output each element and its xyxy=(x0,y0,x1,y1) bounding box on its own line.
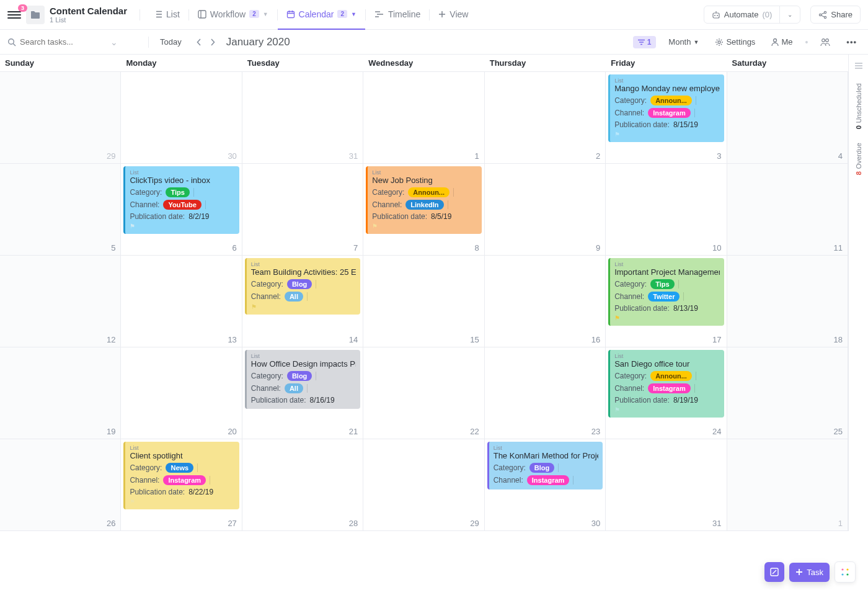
calendar-cell[interactable]: 16 xyxy=(485,256,606,347)
tab-timeline[interactable]: Timeline xyxy=(366,0,429,30)
event-title: How Office Design impacts Pr xyxy=(251,359,356,369)
svg-rect-2 xyxy=(713,13,719,18)
menu-button[interactable]: 3 xyxy=(7,8,21,22)
calendar-cell[interactable]: ListClient spotlightCategory:NewsChannel… xyxy=(121,439,242,531)
calendar: SundayMondayTuesdayWednesdayThursdayFrid… xyxy=(0,55,848,531)
day-number: 8 xyxy=(474,243,479,253)
today-button[interactable]: Today xyxy=(156,35,185,49)
calendar-cell[interactable]: 10 xyxy=(606,164,727,256)
category-label: Category: xyxy=(372,188,404,197)
day-number: 27 xyxy=(228,519,236,528)
category-pill: Announ... xyxy=(650,371,692,381)
prev-month-button[interactable] xyxy=(193,36,205,48)
calendar-cell[interactable]: 15 xyxy=(363,256,484,347)
calendar-cell[interactable]: 11 xyxy=(727,164,848,256)
calendar-cell[interactable]: ListSan Diego office tourCategory:Announ… xyxy=(606,347,727,439)
assignees-button[interactable] xyxy=(817,35,834,49)
event-card[interactable]: ListTeam Building Activities: 25 ECatego… xyxy=(245,258,360,315)
calendar-cell[interactable]: ListMango Monday new employeeCategory:An… xyxy=(606,72,727,164)
calendar-cell[interactable]: ListThe KonMari Method for ProjeCategory… xyxy=(485,439,606,531)
me-button[interactable]: Me xyxy=(768,35,796,49)
tab-list[interactable]: List xyxy=(145,0,188,30)
calendar-cell[interactable]: 25 xyxy=(727,347,848,439)
unscheduled-label: Unscheduled xyxy=(855,83,862,123)
unscheduled-button[interactable]: 0 Unscheduled xyxy=(855,83,862,129)
day-number: 23 xyxy=(591,427,600,436)
calendar-cell[interactable]: 7 xyxy=(242,164,363,256)
tab-calendar[interactable]: Calendar 2 ▼ xyxy=(278,0,365,30)
calendar-cell[interactable]: 22 xyxy=(363,347,484,439)
category-label: Category: xyxy=(614,96,647,105)
event-card[interactable]: ListClient spotlightCategory:NewsChannel… xyxy=(123,442,239,509)
calendar-cell[interactable]: 20 xyxy=(121,347,242,439)
calendar-cell[interactable]: ListNew Job PostingCategory:Announ...Cha… xyxy=(363,164,484,256)
event-card[interactable]: ListMango Monday new employeeCategory:An… xyxy=(608,74,724,142)
svg-point-4 xyxy=(717,15,718,16)
search-dropdown[interactable]: ⌄ xyxy=(110,37,118,47)
calendar-cell[interactable]: 19 xyxy=(0,347,121,439)
automate-dropdown[interactable]: ⌄ xyxy=(779,6,800,23)
add-view-label: View xyxy=(450,9,468,19)
event-list-tag: List xyxy=(130,169,234,176)
automate-button[interactable]: Automate (0) xyxy=(704,6,780,23)
toolbar: ⌄ Today January 2020 1 Month ▼ Settings … xyxy=(0,30,868,55)
calendar-cell[interactable]: 13 xyxy=(121,256,242,347)
event-title: ClickTips video - inbox xyxy=(130,176,234,185)
tab-workflow[interactable]: Workflow 2 ▼ xyxy=(189,0,277,30)
share-label: Share xyxy=(831,10,852,19)
event-card[interactable]: ListHow Office Design impacts PrCategory… xyxy=(245,350,360,409)
event-card[interactable]: ListSan Diego office tourCategory:Announ… xyxy=(608,350,724,418)
filter-button[interactable]: 1 xyxy=(633,36,657,48)
calendar-cell[interactable]: 26 xyxy=(0,439,121,531)
view-tabs: List Workflow 2 ▼ Calendar 2 ▼ Timeline … xyxy=(145,0,477,30)
day-header: Saturday xyxy=(727,55,848,71)
calendar-cell[interactable]: 9 xyxy=(485,164,606,256)
category-pill: Announ... xyxy=(650,96,692,105)
calendar-cell[interactable]: 29 xyxy=(0,72,121,164)
calendar-cell[interactable]: 28 xyxy=(242,439,363,531)
pubdate-value: 8/15/19 xyxy=(673,120,698,129)
calendar-cell[interactable]: ListClickTips video - inboxCategory:Tips… xyxy=(121,164,242,256)
day-number: 30 xyxy=(591,519,600,528)
next-month-button[interactable] xyxy=(206,36,219,48)
calendar-cell[interactable]: 31 xyxy=(242,72,363,164)
flag-icon: ⚑ xyxy=(130,498,234,505)
calendar-cell[interactable]: 12 xyxy=(0,256,121,347)
event-card[interactable]: ListThe KonMari Method for ProjeCategory… xyxy=(487,442,603,489)
event-card[interactable]: ListImportant Project ManagemenCategory:… xyxy=(608,258,724,326)
calendar-cell[interactable]: ListTeam Building Activities: 25 ECatego… xyxy=(242,256,363,347)
menu-badge: 3 xyxy=(18,4,27,12)
calendar-cell[interactable]: 31 xyxy=(606,439,727,531)
category-label: Category: xyxy=(494,463,526,472)
calendar-cell[interactable]: 23 xyxy=(485,347,606,439)
chevron-down-icon: ▼ xyxy=(693,39,699,45)
rail-lines-icon[interactable] xyxy=(854,62,863,69)
share-button[interactable]: Share xyxy=(810,6,861,24)
calendar-cell[interactable]: 4 xyxy=(727,72,848,164)
me-label: Me xyxy=(781,37,792,47)
add-view-button[interactable]: View xyxy=(430,0,477,30)
overdue-button[interactable]: 8 Overdue xyxy=(855,143,862,175)
day-header: Tuesday xyxy=(242,55,363,71)
calendar-cell[interactable]: 2 xyxy=(485,72,606,164)
page-title: Content Calendar xyxy=(50,6,127,16)
search-input[interactable] xyxy=(20,37,107,47)
range-select[interactable]: Month ▼ xyxy=(665,35,702,49)
calendar-cell[interactable]: ListImportant Project ManagemenCategory:… xyxy=(606,256,727,347)
more-button[interactable]: ••• xyxy=(843,35,861,49)
calendar-cell[interactable]: 1 xyxy=(363,72,484,164)
calendar-cell[interactable]: ListHow Office Design impacts PrCategory… xyxy=(242,347,363,439)
event-card[interactable]: ListClickTips video - inboxCategory:Tips… xyxy=(123,166,239,234)
calendar-cell[interactable]: 29 xyxy=(363,439,484,531)
calendar-cell[interactable]: 30 xyxy=(121,72,242,164)
event-title: San Diego office tour xyxy=(614,359,719,369)
category-label: Category: xyxy=(130,463,162,472)
calendar-cell[interactable]: 1 xyxy=(727,439,848,531)
settings-button[interactable]: Settings xyxy=(711,35,759,49)
calendar-cell[interactable]: 18 xyxy=(727,256,848,347)
channel-label: Channel: xyxy=(614,384,644,393)
calendar-cell[interactable]: 5 xyxy=(0,164,121,256)
overdue-label: Overdue xyxy=(855,143,862,169)
pubdate-value: 8/2/19 xyxy=(188,212,209,221)
event-card[interactable]: ListNew Job PostingCategory:Announ...Cha… xyxy=(366,166,481,234)
